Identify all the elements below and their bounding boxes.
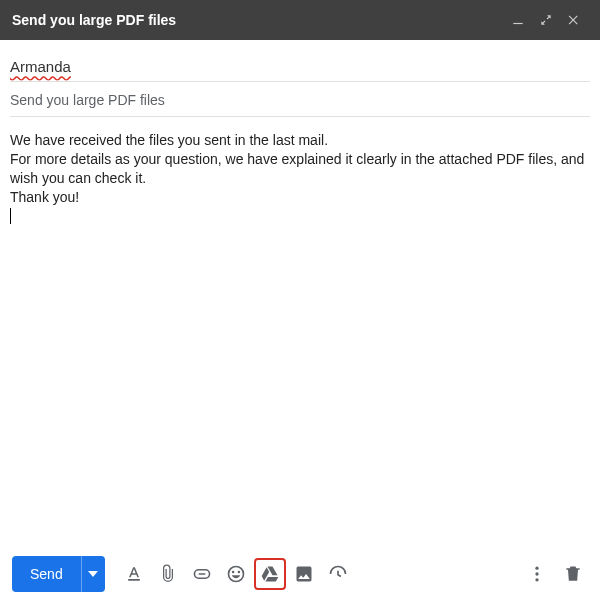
format-icon-row	[119, 559, 353, 589]
svg-point-2	[535, 572, 538, 575]
close-button[interactable]	[560, 6, 588, 34]
compose-toolbar: Send	[0, 552, 600, 608]
caret-down-icon	[88, 569, 98, 579]
attach-icon[interactable]	[153, 559, 183, 589]
toolbar-right	[522, 559, 588, 589]
compose-titlebar: Send you large PDF files	[0, 0, 600, 40]
send-options-button[interactable]	[81, 556, 105, 592]
recipient-chip[interactable]: Armanda	[10, 58, 71, 75]
send-label: Send	[30, 566, 63, 582]
confidential-icon[interactable]	[323, 559, 353, 589]
minimize-button[interactable]	[504, 6, 532, 34]
send-button[interactable]: Send	[12, 556, 81, 592]
recipients-field[interactable]: Armanda	[10, 50, 590, 82]
trash-icon[interactable]	[558, 559, 588, 589]
emoji-icon[interactable]	[221, 559, 251, 589]
link-icon[interactable]	[187, 559, 217, 589]
body-text: We have received the files you sent in t…	[10, 132, 588, 205]
window-title: Send you large PDF files	[12, 12, 504, 28]
text-caret	[10, 208, 11, 224]
compose-body: Armanda Send you large PDF files We have…	[0, 40, 600, 552]
more-options-icon[interactable]	[522, 559, 552, 589]
svg-point-1	[535, 567, 538, 570]
svg-point-3	[535, 578, 538, 581]
message-body[interactable]: We have received the files you sent in t…	[10, 117, 590, 552]
drive-icon[interactable]	[255, 559, 285, 589]
svg-rect-0	[513, 23, 522, 24]
send-group: Send	[12, 556, 105, 592]
subject-text: Send you large PDF files	[10, 92, 165, 108]
formatting-icon[interactable]	[119, 559, 149, 589]
fullscreen-button[interactable]	[532, 6, 560, 34]
subject-field[interactable]: Send you large PDF files	[10, 82, 590, 117]
photo-icon[interactable]	[289, 559, 319, 589]
